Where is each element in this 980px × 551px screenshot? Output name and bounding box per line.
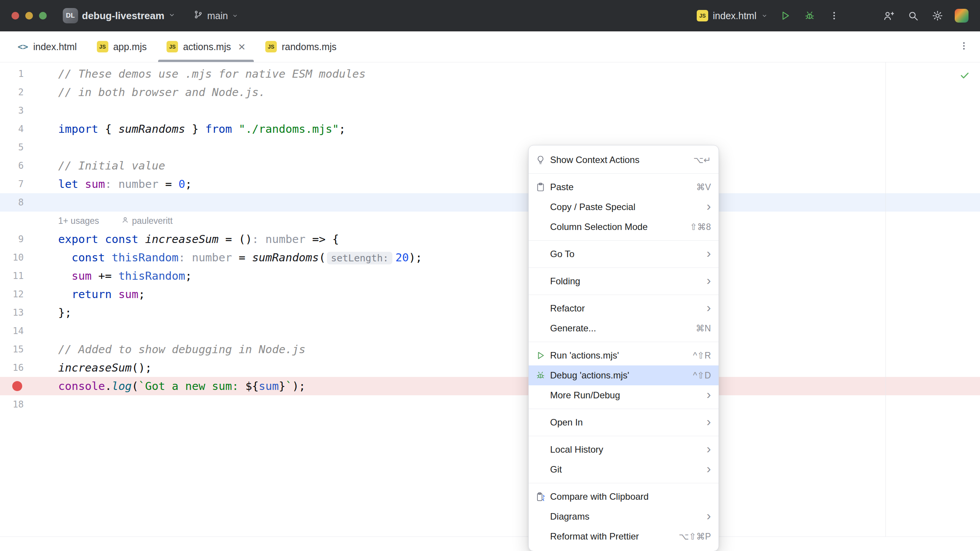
code-text[interactable]: export const increaseSum = (): number =>… (24, 230, 980, 248)
inlay-hint-row[interactable]: 1+ usagespauleveritt (0, 212, 980, 230)
menu-item-compare-with-clipboard[interactable]: Compare with Clipboard (529, 487, 719, 507)
gutter-line-number[interactable]: 8 (0, 193, 24, 212)
tab-index-html[interactable]: <> index.html (8, 31, 87, 62)
gutter-line-number[interactable]: 2 (0, 83, 24, 101)
code-line-14[interactable]: 14 (0, 322, 980, 340)
close-window-button[interactable] (11, 12, 19, 20)
menu-item-run-actions-mjs[interactable]: Run 'actions.mjs'^⇧R (529, 346, 719, 365)
gutter-line-number[interactable]: 7 (0, 175, 24, 193)
code-text[interactable] (24, 193, 980, 212)
tab-actions-mjs[interactable]: JS actions.mjs × (157, 31, 255, 62)
code-token: } (185, 122, 205, 135)
code-text[interactable]: // in both browser and Node.js. (24, 83, 980, 101)
inspections-ok-icon[interactable] (959, 70, 970, 82)
gutter-line-number[interactable]: 13 (0, 303, 24, 322)
code-text[interactable]: }; (24, 303, 980, 322)
menu-item-local-history[interactable]: Local History› (529, 440, 719, 460)
menu-item-generate[interactable]: Generate...⌘N (529, 318, 719, 338)
menu-item-git[interactable]: Git› (529, 460, 719, 479)
settings-gear-icon[interactable] (930, 8, 945, 23)
author-inlay-hint[interactable]: pauleveritt (121, 212, 173, 230)
menu-item-debug-actions-mjs[interactable]: Debug 'actions.mjs'^⇧D (529, 365, 719, 385)
code-line-6[interactable]: 6// Initial value (0, 156, 980, 175)
code-line-17[interactable]: console.log(`Got a new sum: ${sum}`); (0, 377, 980, 395)
code-text[interactable]: import { sumRandoms } from "./randoms.mj… (24, 120, 980, 138)
code-line-4[interactable]: 4import { sumRandoms } from "./randoms.m… (0, 120, 980, 138)
code-line-16[interactable]: 16increaseSum(); (0, 359, 980, 377)
tab-options-kebab-icon[interactable] (959, 41, 969, 53)
code-text[interactable]: return sum; (24, 285, 980, 303)
code-line-10[interactable]: 10 const thisRandom: number = sumRandoms… (0, 248, 980, 267)
code-text[interactable] (24, 138, 980, 156)
menu-item-go-to[interactable]: Go To› (529, 244, 719, 264)
code-text[interactable]: const thisRandom: number = sumRandoms(se… (24, 248, 980, 267)
debug-button[interactable] (802, 8, 817, 23)
menu-item-refactor[interactable]: Refactor› (529, 298, 719, 318)
tab-randoms-mjs[interactable]: JS randoms.mjs (255, 31, 346, 62)
code-line-11[interactable]: 11 sum += thisRandom; (0, 267, 980, 285)
code-line-7[interactable]: 7let sum: number = 0; (0, 175, 980, 193)
menu-item-open-in[interactable]: Open In› (529, 412, 719, 432)
editor[interactable]: 1// These demos use .mjs for native ESM … (0, 62, 980, 536)
code-with-me-icon[interactable] (881, 8, 896, 23)
gutter-line-number[interactable]: 15 (0, 340, 24, 359)
tab-app-mjs[interactable]: JS app.mjs (87, 31, 157, 62)
run-button[interactable] (778, 8, 792, 23)
code-text[interactable] (24, 395, 980, 414)
search-everywhere-icon[interactable] (906, 8, 920, 23)
gutter-line-number[interactable]: 1 (0, 65, 24, 83)
code-line-3[interactable]: 3 (0, 101, 980, 120)
code-line-13[interactable]: 13}; (0, 303, 980, 322)
zoom-window-button[interactable] (39, 12, 47, 20)
code-token: `Got a new sum: (139, 380, 245, 393)
menu-item-more-run-debug[interactable]: More Run/Debug› (529, 385, 719, 405)
gutter-line-number[interactable]: 6 (0, 156, 24, 175)
code-line-12[interactable]: 12 return sum; (0, 285, 980, 303)
code-text[interactable]: let sum: number = 0; (24, 175, 980, 193)
code-text[interactable]: increaseSum(); (24, 359, 980, 377)
gutter-line-number[interactable]: 3 (0, 101, 24, 120)
menu-item-copy-paste-special[interactable]: Copy / Paste Special› (529, 197, 719, 217)
code-text[interactable]: // These demos use .mjs for native ESM m… (24, 65, 980, 83)
gutter-line-number[interactable]: 9 (0, 230, 24, 248)
menu-item-diagrams[interactable]: Diagrams› (529, 507, 719, 527)
gutter-line-number[interactable]: 16 (0, 359, 24, 377)
code-text[interactable]: sum += thisRandom; (24, 267, 980, 285)
code-line-2[interactable]: 2// in both browser and Node.js. (0, 83, 980, 101)
code-text[interactable]: console.log(`Got a new sum: ${sum}`); (24, 377, 980, 395)
gutter-line-number[interactable]: 14 (0, 322, 24, 340)
gutter-line-number[interactable]: 12 (0, 285, 24, 303)
more-actions-kebab-icon[interactable] (827, 8, 841, 23)
gutter-line-number[interactable] (0, 212, 24, 230)
menu-item-reformat-with-prettier[interactable]: Reformat with Prettier⌥⇧⌘P (529, 527, 719, 546)
minimize-window-button[interactable] (25, 12, 33, 20)
code-line-9[interactable]: 9export const increaseSum = (): number =… (0, 230, 980, 248)
breakpoint-gutter[interactable] (0, 377, 24, 395)
code-text[interactable]: // Initial value (24, 156, 980, 175)
run-config-widget[interactable]: JS index.html (697, 10, 768, 21)
code-line-18[interactable]: 18 (0, 395, 980, 414)
gutter-line-number[interactable]: 4 (0, 120, 24, 138)
user-avatar[interactable] (955, 9, 969, 23)
inlay-hint-text[interactable]: 1+ usagespauleveritt (24, 212, 980, 230)
vcs-branch-widget[interactable]: main (193, 10, 238, 22)
breakpoint-dot[interactable] (12, 381, 22, 391)
code-text[interactable] (24, 322, 980, 340)
gutter-line-number[interactable]: 5 (0, 138, 24, 156)
code-line-8[interactable]: 8 (0, 193, 980, 212)
close-tab-icon[interactable]: × (238, 41, 245, 53)
usages-inlay-hint[interactable]: 1+ usages (58, 212, 99, 230)
code-line-15[interactable]: 15// Added to show debugging in Node.js (0, 340, 980, 359)
menu-item-show-context-actions[interactable]: Show Context Actions⌥↵ (529, 150, 719, 170)
menu-item-column-selection-mode[interactable]: Column Selection Mode⇧⌘8 (529, 217, 719, 237)
code-text[interactable] (24, 101, 980, 120)
code-text[interactable]: // Added to show debugging in Node.js (24, 340, 980, 359)
gutter-line-number[interactable]: 18 (0, 395, 24, 414)
project-widget[interactable]: DL debug-livestream (63, 8, 176, 23)
code-line-5[interactable]: 5 (0, 138, 980, 156)
gutter-line-number[interactable]: 11 (0, 267, 24, 285)
gutter-line-number[interactable]: 10 (0, 248, 24, 267)
code-line-1[interactable]: 1// These demos use .mjs for native ESM … (0, 65, 980, 83)
menu-item-paste[interactable]: Paste⌘V (529, 177, 719, 197)
menu-item-folding[interactable]: Folding› (529, 271, 719, 291)
